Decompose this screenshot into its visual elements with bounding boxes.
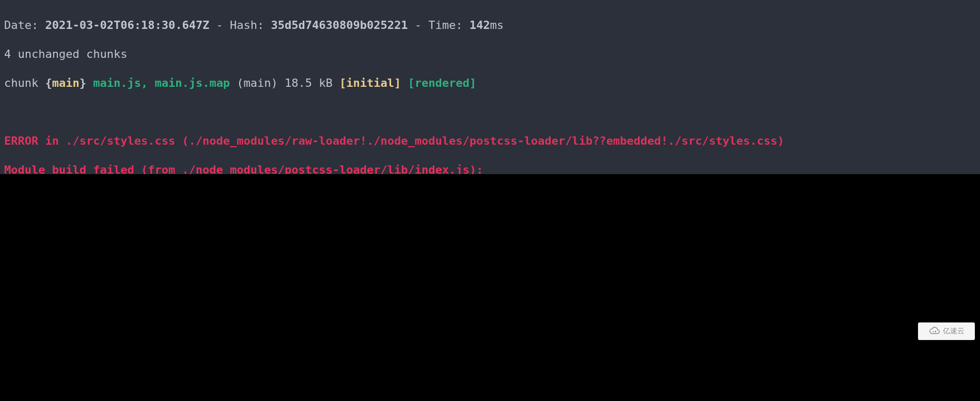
chunk-rendered: [rendered] [408,76,476,89]
watermark-badge: 亿速云 [918,322,975,340]
date-label: Date: [4,19,45,32]
chunk-name: main [52,76,80,89]
svg-point-0 [932,331,934,332]
unchanged-chunks-line: 4 unchanged chunks [4,47,976,61]
build-header-line: Date: 2021-03-02T06:18:30.647Z - Hash: 3… [4,18,976,33]
chunk-line: chunk {main} main.js, main.js.map (main)… [4,76,976,90]
sep-time: - Time: [408,19,470,32]
chunk-space [401,76,408,89]
cloud-icon [929,325,940,338]
terminal-output: Date: 2021-03-02T06:18:30.647Z - Hash: 3… [0,0,980,174]
chunk-initial: [initial] [339,76,401,89]
error-line-2: Module build failed (from ./node_modules… [4,163,976,174]
chunk-prefix: chunk [4,76,45,89]
time-value: 142 [470,19,490,32]
chunk-files: main.js, main.js.map [86,76,230,89]
chunk-meta: (main) 18.5 kB [230,76,339,89]
brace-open: { [45,76,52,89]
error-line-1: ERROR in ./src/styles.css (./node_module… [4,134,976,148]
blank-line [4,105,976,119]
svg-point-1 [935,331,936,332]
hash-value: 35d5d74630809b025221 [271,19,408,32]
date-value: 2021-03-02T06:18:30.647Z [45,19,209,32]
time-unit: ms [490,19,504,32]
watermark-text: 亿速云 [943,327,965,336]
sep-hash: - Hash: [209,19,271,32]
brace-close: } [80,76,86,89]
